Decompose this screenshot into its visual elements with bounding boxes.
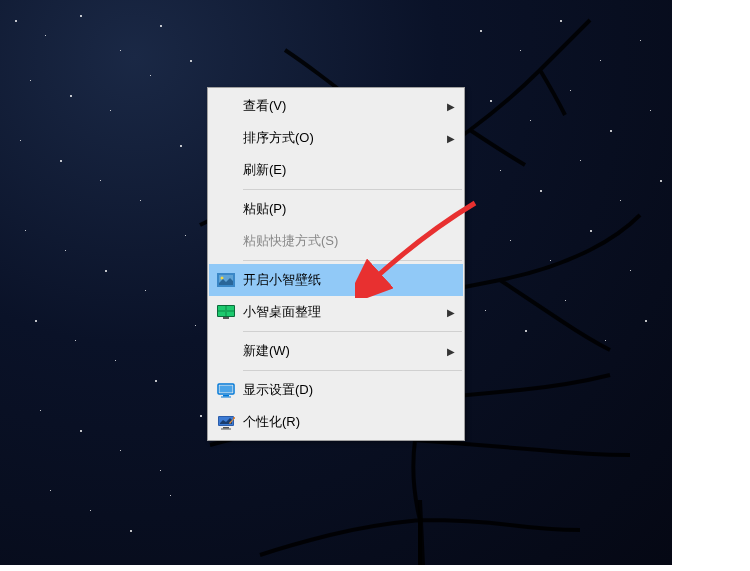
menu-item-new[interactable]: 新建(W) ▶ — [209, 335, 463, 367]
menu-icon-blank — [213, 96, 239, 116]
menu-item-paste-shortcut: 粘贴快捷方式(S) — [209, 225, 463, 257]
svg-rect-6 — [227, 306, 234, 310]
svg-point-2 — [221, 277, 224, 280]
svg-rect-18 — [221, 428, 231, 429]
menu-item-desktop-organize[interactable]: 小智桌面整理 ▶ — [209, 296, 463, 328]
svg-point-16 — [233, 417, 235, 419]
menu-label: 显示设置(D) — [243, 381, 455, 399]
submenu-arrow-icon: ▶ — [447, 346, 455, 357]
menu-icon-blank — [213, 231, 239, 251]
menu-label: 刷新(E) — [243, 161, 455, 179]
svg-rect-7 — [218, 312, 225, 316]
menu-item-paste[interactable]: 粘贴(P) — [209, 193, 463, 225]
menu-separator — [243, 370, 462, 371]
svg-rect-5 — [218, 306, 225, 310]
menu-icon-blank — [213, 341, 239, 361]
display-settings-icon — [213, 380, 239, 400]
menu-label: 开启小智壁纸 — [243, 271, 455, 289]
svg-rect-12 — [223, 395, 229, 397]
menu-icon-blank — [213, 160, 239, 180]
menu-icon-blank — [213, 199, 239, 219]
menu-label: 粘贴(P) — [243, 200, 455, 218]
submenu-arrow-icon: ▶ — [447, 101, 455, 112]
svg-rect-17 — [223, 427, 229, 429]
menu-label: 新建(W) — [243, 342, 439, 360]
desktop-organize-icon — [213, 302, 239, 322]
menu-item-view[interactable]: 查看(V) ▶ — [209, 90, 463, 122]
svg-rect-13 — [221, 396, 231, 397]
svg-rect-11 — [220, 385, 233, 392]
menu-label: 排序方式(O) — [243, 129, 439, 147]
svg-rect-8 — [227, 312, 234, 316]
svg-rect-9 — [223, 317, 229, 319]
menu-item-enable-wallpaper[interactable]: 开启小智壁纸 — [209, 264, 463, 296]
submenu-arrow-icon: ▶ — [447, 133, 455, 144]
menu-separator — [243, 331, 462, 332]
submenu-arrow-icon: ▶ — [447, 307, 455, 318]
menu-item-refresh[interactable]: 刷新(E) — [209, 154, 463, 186]
desktop-context-menu: 查看(V) ▶ 排序方式(O) ▶ 刷新(E) 粘贴(P) 粘贴快捷方式(S) … — [207, 87, 465, 441]
menu-item-display-settings[interactable]: 显示设置(D) — [209, 374, 463, 406]
wallpaper-icon — [213, 270, 239, 290]
menu-label: 个性化(R) — [243, 413, 455, 431]
menu-label: 小智桌面整理 — [243, 303, 439, 321]
menu-item-personalize[interactable]: 个性化(R) — [209, 406, 463, 438]
menu-icon-blank — [213, 128, 239, 148]
menu-separator — [243, 260, 462, 261]
menu-label: 粘贴快捷方式(S) — [243, 232, 455, 250]
menu-label: 查看(V) — [243, 97, 439, 115]
personalize-icon — [213, 412, 239, 432]
menu-item-sort[interactable]: 排序方式(O) ▶ — [209, 122, 463, 154]
menu-separator — [243, 189, 462, 190]
